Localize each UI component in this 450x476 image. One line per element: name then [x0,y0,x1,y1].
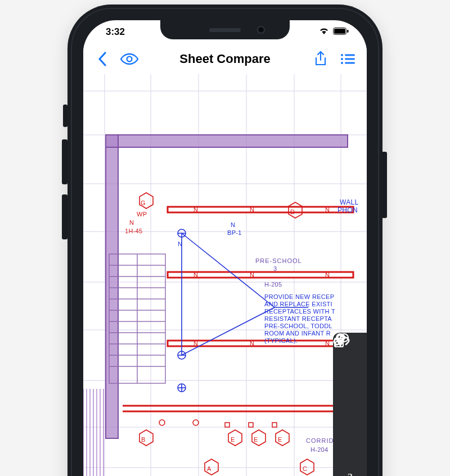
svg-rect-75 [335,338,343,347]
tag-c: C [303,465,307,473]
chevron-left-icon [98,52,107,66]
tag-e3: E [278,436,282,443]
svg-rect-7 [345,58,355,60]
svg-rect-69 [225,423,230,427]
tool-shape[interactable] [341,435,359,453]
n-label-8: N [194,340,198,347]
svg-point-73 [193,420,199,425]
n-label-7: N [325,271,330,279]
share-icon [314,51,327,67]
tag-e2: E [254,436,258,443]
annotation-text: PROVIDE NEW RECEP AND REPLACE EXISTI REC… [264,293,335,344]
tool-link[interactable] [341,372,359,390]
visibility-toggle-button[interactable] [118,48,141,70]
n-label-6: N [250,271,254,279]
sym-1h45: 1H-45 [125,228,142,235]
svg-rect-9 [345,62,355,64]
tool-palette: a [333,333,367,476]
right-note-phone: PHON [338,207,358,214]
phone-frame: 3:32 [68,4,382,476]
phone-mute-switch [63,105,68,127]
room-main-tag: H-205 [264,281,282,288]
svg-point-72 [159,420,165,425]
n-blue-2: N [231,221,235,229]
n-label-5: N [194,271,198,279]
back-button[interactable] [91,48,114,70]
tag-g: G [141,200,146,207]
svg-rect-70 [249,423,253,427]
n-label-4: N [129,219,134,226]
phone-volume-up [62,139,68,184]
list-icon [340,53,355,65]
eye-icon [120,53,139,65]
n-blue-1: N [178,241,182,248]
stage: 3:32 [0,0,450,476]
svg-point-8 [341,62,343,64]
phone-speaker [209,28,241,32]
n-label-1: N [194,206,198,214]
sym-bp: BP-1 [227,229,242,237]
svg-point-3 [127,57,132,62]
tag-b: B [141,436,146,443]
blueprint-drawing [83,74,367,476]
phone-volume-down [62,194,68,239]
list-button[interactable] [336,48,359,70]
tool-pencil[interactable] [341,404,359,421]
wifi-icon [318,26,330,38]
share-button[interactable] [309,48,332,70]
square-circle-icon [333,333,350,348]
right-note-wall: WALL [340,199,358,206]
room-main-label: PRE-SCHOOL [255,257,302,265]
page-title: Sheet Compare [179,52,270,66]
svg-rect-2 [347,30,349,33]
n-label-2: N [250,206,254,214]
phone-notch [160,20,290,39]
n-label-3: N [325,206,330,214]
phone-bezel: 3:32 [71,8,379,476]
room-corridor-tag: H-204 [310,446,328,454]
svg-rect-1 [334,29,345,34]
battery-icon [333,26,349,38]
blueprint-canvas[interactable]: G D E E E A C B WP 1H-45 N N N N N N N [83,74,367,476]
phone-screen: 3:32 [83,20,367,476]
tag-e1: E [231,436,235,443]
svg-rect-26 [106,135,118,438]
navbar: Sheet Compare [83,44,367,74]
svg-rect-5 [345,55,355,56]
phone-front-camera [257,26,265,34]
svg-rect-25 [106,135,348,147]
tag-d: D [290,208,295,216]
room-main-no: 3 [273,265,277,273]
n-label-9: N [250,340,254,347]
status-time: 3:32 [100,26,125,38]
tool-text[interactable]: a [341,466,359,476]
svg-point-6 [341,58,343,60]
tag-a: A [207,465,212,473]
sym-wp: WP [137,211,147,218]
svg-point-4 [341,54,343,56]
svg-rect-71 [272,423,277,427]
